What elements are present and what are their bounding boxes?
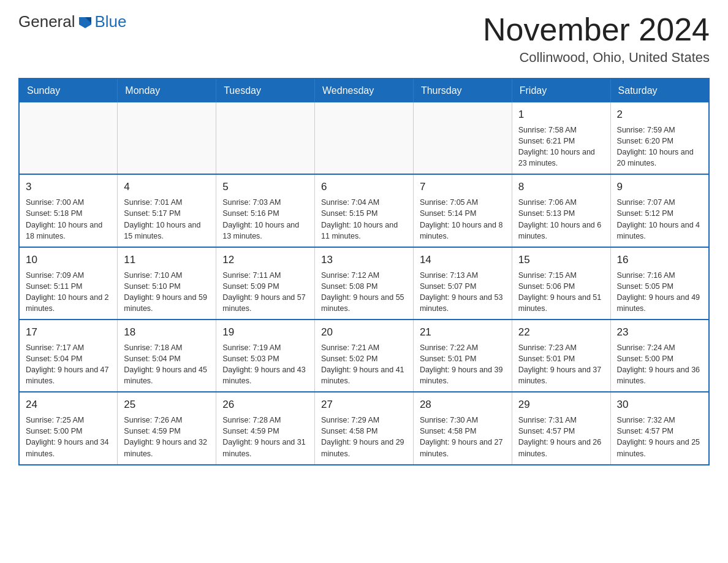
calendar-cell: 25Sunrise: 7:26 AM Sunset: 4:59 PM Dayli… [118,392,216,464]
calendar-cell [19,102,118,174]
day-number: 17 [26,325,111,340]
calendar-cell: 18Sunrise: 7:18 AM Sunset: 5:04 PM Dayli… [118,320,216,392]
calendar-cell: 11Sunrise: 7:10 AM Sunset: 5:10 PM Dayli… [118,247,216,320]
logo-icon [77,13,94,31]
day-number: 21 [420,325,506,340]
day-number: 22 [518,325,604,340]
day-number: 19 [222,325,308,340]
logo-blue-text: Blue [95,12,127,31]
day-number: 15 [518,253,604,267]
calendar-cell: 8Sunrise: 7:06 AM Sunset: 5:13 PM Daylig… [512,174,610,247]
day-number: 2 [617,107,702,122]
day-number: 20 [321,325,407,340]
day-info: Sunrise: 7:28 AM Sunset: 4:59 PM Dayligh… [222,415,308,459]
calendar-cell [118,102,216,174]
calendar-cell: 22Sunrise: 7:23 AM Sunset: 5:01 PM Dayli… [512,320,610,392]
day-number: 4 [124,180,210,194]
day-info: Sunrise: 7:26 AM Sunset: 4:59 PM Dayligh… [124,415,210,459]
day-number: 27 [321,397,407,412]
day-number: 25 [124,397,210,412]
weekday-header-sunday: Sunday [19,79,118,102]
day-info: Sunrise: 7:11 AM Sunset: 5:09 PM Dayligh… [222,270,308,315]
day-number: 29 [518,397,604,412]
day-number: 3 [26,180,111,194]
weekday-header-row: SundayMondayTuesdayWednesdayThursdayFrid… [19,79,709,102]
calendar-cell: 27Sunrise: 7:29 AM Sunset: 4:58 PM Dayli… [315,392,414,464]
day-number: 18 [124,325,210,340]
title-area: November 2024 Collinwood, Ohio, United S… [483,12,710,66]
calendar-cell: 21Sunrise: 7:22 AM Sunset: 5:01 PM Dayli… [413,320,512,392]
calendar-cell [315,102,414,174]
calendar-week-5: 24Sunrise: 7:25 AM Sunset: 5:00 PM Dayli… [19,392,709,464]
day-number: 13 [321,253,407,267]
page-header: General Blue November 2024 Collinwood, O… [18,12,710,66]
calendar-cell: 19Sunrise: 7:19 AM Sunset: 5:03 PM Dayli… [216,320,315,392]
day-info: Sunrise: 7:16 AM Sunset: 5:05 PM Dayligh… [617,270,702,315]
calendar-table: SundayMondayTuesdayWednesdayThursdayFrid… [18,78,710,465]
weekday-header-saturday: Saturday [610,79,709,102]
day-info: Sunrise: 7:19 AM Sunset: 5:03 PM Dayligh… [222,342,308,387]
day-number: 30 [617,397,702,412]
weekday-header-wednesday: Wednesday [315,79,414,102]
calendar-cell [216,102,315,174]
calendar-cell: 14Sunrise: 7:13 AM Sunset: 5:07 PM Dayli… [413,247,512,320]
calendar-cell: 30Sunrise: 7:32 AM Sunset: 4:57 PM Dayli… [610,392,709,464]
calendar-cell: 2Sunrise: 7:59 AM Sunset: 6:20 PM Daylig… [610,102,709,174]
day-info: Sunrise: 7:22 AM Sunset: 5:01 PM Dayligh… [420,342,506,387]
day-info: Sunrise: 7:21 AM Sunset: 5:02 PM Dayligh… [321,342,407,387]
day-number: 9 [617,180,702,194]
calendar-cell: 15Sunrise: 7:15 AM Sunset: 5:06 PM Dayli… [512,247,610,320]
calendar-subtitle: Collinwood, Ohio, United States [483,50,710,66]
calendar-cell: 24Sunrise: 7:25 AM Sunset: 5:00 PM Dayli… [19,392,118,464]
day-info: Sunrise: 7:24 AM Sunset: 5:00 PM Dayligh… [617,342,702,387]
calendar-cell: 1Sunrise: 7:58 AM Sunset: 6:21 PM Daylig… [512,102,610,174]
calendar-cell: 6Sunrise: 7:04 AM Sunset: 5:15 PM Daylig… [315,174,414,247]
calendar-cell: 12Sunrise: 7:11 AM Sunset: 5:09 PM Dayli… [216,247,315,320]
day-info: Sunrise: 7:12 AM Sunset: 5:08 PM Dayligh… [321,270,407,315]
calendar-cell: 9Sunrise: 7:07 AM Sunset: 5:12 PM Daylig… [610,174,709,247]
calendar-cell: 20Sunrise: 7:21 AM Sunset: 5:02 PM Dayli… [315,320,414,392]
calendar-cell: 23Sunrise: 7:24 AM Sunset: 5:00 PM Dayli… [610,320,709,392]
calendar-cell: 28Sunrise: 7:30 AM Sunset: 4:58 PM Dayli… [413,392,512,464]
day-number: 14 [420,253,506,267]
day-info: Sunrise: 7:17 AM Sunset: 5:04 PM Dayligh… [26,342,111,387]
calendar-cell: 5Sunrise: 7:03 AM Sunset: 5:16 PM Daylig… [216,174,315,247]
calendar-cell [413,102,512,174]
day-number: 12 [222,253,308,267]
day-info: Sunrise: 7:04 AM Sunset: 5:15 PM Dayligh… [321,197,407,242]
day-info: Sunrise: 7:01 AM Sunset: 5:17 PM Dayligh… [124,197,210,242]
weekday-header-friday: Friday [512,79,610,102]
day-number: 10 [26,253,111,267]
calendar-cell: 17Sunrise: 7:17 AM Sunset: 5:04 PM Dayli… [19,320,118,392]
logo: General Blue [18,12,127,31]
day-info: Sunrise: 7:06 AM Sunset: 5:13 PM Dayligh… [518,197,604,242]
day-number: 26 [222,397,308,412]
day-number: 1 [518,107,604,122]
day-number: 5 [222,180,308,194]
day-number: 7 [420,180,506,194]
day-number: 11 [124,253,210,267]
day-info: Sunrise: 7:23 AM Sunset: 5:01 PM Dayligh… [518,342,604,387]
calendar-cell: 16Sunrise: 7:16 AM Sunset: 5:05 PM Dayli… [610,247,709,320]
calendar-title: November 2024 [483,12,710,47]
day-info: Sunrise: 7:13 AM Sunset: 5:07 PM Dayligh… [420,270,506,315]
weekday-header-monday: Monday [118,79,216,102]
day-info: Sunrise: 7:03 AM Sunset: 5:16 PM Dayligh… [222,197,308,242]
calendar-cell: 4Sunrise: 7:01 AM Sunset: 5:17 PM Daylig… [118,174,216,247]
calendar-cell: 29Sunrise: 7:31 AM Sunset: 4:57 PM Dayli… [512,392,610,464]
calendar-week-2: 3Sunrise: 7:00 AM Sunset: 5:18 PM Daylig… [19,174,709,247]
day-info: Sunrise: 7:32 AM Sunset: 4:57 PM Dayligh… [617,415,702,459]
day-info: Sunrise: 7:29 AM Sunset: 4:58 PM Dayligh… [321,415,407,459]
day-info: Sunrise: 7:15 AM Sunset: 5:06 PM Dayligh… [518,270,604,315]
calendar-cell: 26Sunrise: 7:28 AM Sunset: 4:59 PM Dayli… [216,392,315,464]
day-info: Sunrise: 7:09 AM Sunset: 5:11 PM Dayligh… [26,270,111,315]
weekday-header-tuesday: Tuesday [216,79,315,102]
calendar-cell: 3Sunrise: 7:00 AM Sunset: 5:18 PM Daylig… [19,174,118,247]
day-info: Sunrise: 7:58 AM Sunset: 6:21 PM Dayligh… [518,124,604,169]
day-info: Sunrise: 7:07 AM Sunset: 5:12 PM Dayligh… [617,197,702,242]
day-info: Sunrise: 7:00 AM Sunset: 5:18 PM Dayligh… [26,197,111,242]
day-info: Sunrise: 7:10 AM Sunset: 5:10 PM Dayligh… [124,270,210,315]
day-number: 8 [518,180,604,194]
day-info: Sunrise: 7:05 AM Sunset: 5:14 PM Dayligh… [420,197,506,242]
calendar-week-1: 1Sunrise: 7:58 AM Sunset: 6:21 PM Daylig… [19,102,709,174]
